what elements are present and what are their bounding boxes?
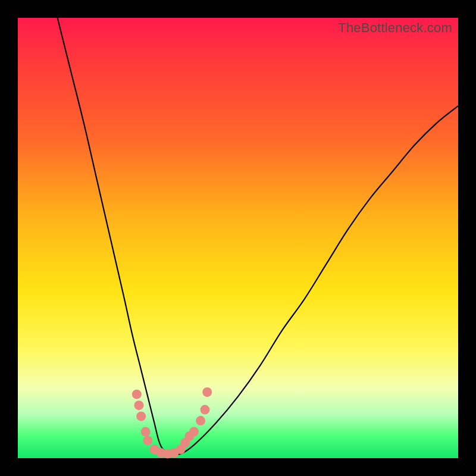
curve-dot [189, 427, 199, 437]
curve-dots [132, 387, 212, 459]
bottleneck-curve [18, 18, 458, 458]
curve-dot [196, 416, 205, 425]
curve-dot [201, 405, 210, 415]
curve-dot [136, 412, 146, 421]
curve-path [58, 18, 458, 455]
curve-dot [202, 387, 212, 397]
chart-frame: TheBottleneck.com [0, 0, 476, 476]
curve-dot [132, 390, 142, 399]
curve-dot [143, 436, 152, 445]
curve-dot [141, 427, 151, 437]
plot-area: TheBottleneck.com [18, 18, 458, 458]
curve-dot [134, 400, 144, 410]
